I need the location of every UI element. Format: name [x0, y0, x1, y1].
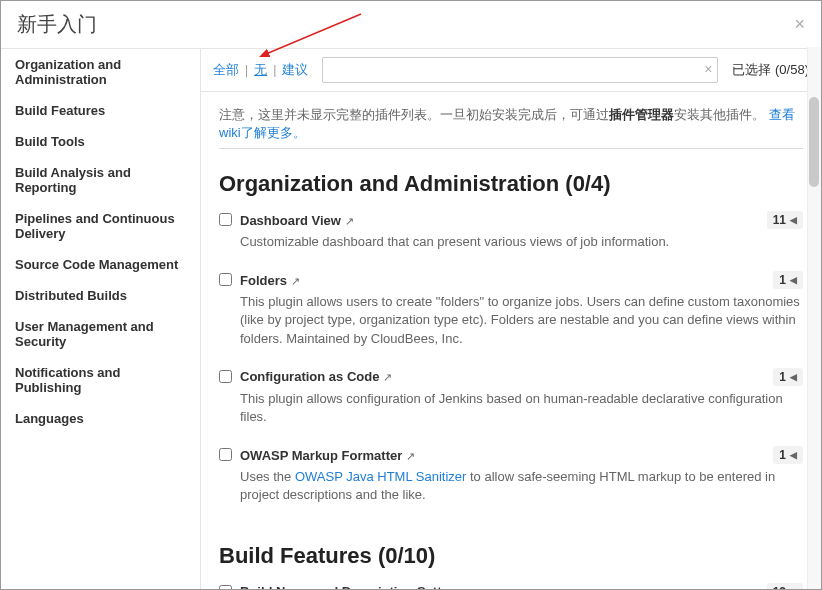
content-area: 注意，这里并未显示完整的插件列表。一旦初始安装完成后，可通过插件管理器安装其他插… — [201, 92, 821, 590]
filter-none[interactable]: 无 — [254, 61, 267, 79]
scrollbar-thumb[interactable] — [809, 97, 819, 187]
filter-suggested[interactable]: 建议 — [282, 61, 308, 79]
page-title: 新手入门 — [17, 11, 97, 38]
plugin-row-bnds: Build Name and Description Setter↗ 12◀ T… — [219, 583, 803, 591]
notice: 注意，这里并未显示完整的插件列表。一旦初始安装完成后，可通过插件管理器安装其他插… — [219, 92, 803, 149]
sidebar-item-distributed[interactable]: Distributed Builds — [1, 280, 200, 311]
separator: | — [273, 63, 276, 77]
external-link-icon[interactable]: ↗ — [458, 586, 467, 590]
plugin-row-folders: Folders↗ 1◀ This plugin allows users to … — [219, 271, 803, 364]
plugin-row-cac: Configuration as Code↗ 1◀ This plugin al… — [219, 368, 803, 442]
plugin-checkbox[interactable] — [219, 448, 232, 461]
plugin-name[interactable]: Configuration as Code — [240, 369, 379, 384]
toolbar: 全部 | 无 | 建议 × 已选择 (0/58) — [201, 49, 821, 92]
plugin-row-dashboard: Dashboard View↗ 11◀ Customizable dashboa… — [219, 211, 803, 267]
chevron-left-icon: ◀ — [790, 372, 797, 382]
plugin-name[interactable]: OWASP Markup Formatter — [240, 448, 402, 463]
external-link-icon[interactable]: ↗ — [383, 371, 392, 383]
owasp-link[interactable]: OWASP Java HTML Sanitizer — [295, 469, 466, 484]
sidebar-item-build-analysis[interactable]: Build Analysis and Reporting — [1, 157, 200, 203]
plugin-checkbox[interactable] — [219, 213, 232, 226]
plugin-name[interactable]: Folders — [240, 273, 287, 288]
sidebar-item-scm[interactable]: Source Code Management — [1, 249, 200, 280]
section-title-bf: Build Features (0/10) — [219, 543, 803, 569]
plugin-badge[interactable]: 11◀ — [767, 211, 803, 229]
selected-count[interactable]: 已选择 (0/58) — [732, 61, 809, 79]
plugin-desc: Customizable dashboard that can present … — [240, 233, 803, 251]
sidebar-item-user-mgmt[interactable]: User Management and Security — [1, 311, 200, 357]
sidebar-item-build-tools[interactable]: Build Tools — [1, 126, 200, 157]
plugin-checkbox[interactable] — [219, 585, 232, 591]
filter-all[interactable]: 全部 — [213, 61, 239, 79]
sidebar-item-pipelines[interactable]: Pipelines and Continuous Delivery — [1, 203, 200, 249]
external-link-icon[interactable]: ↗ — [291, 275, 300, 287]
scrollbar-track[interactable] — [807, 47, 821, 589]
clear-icon[interactable]: × — [704, 61, 712, 77]
chevron-left-icon: ◀ — [790, 215, 797, 225]
plugin-desc: This plugin allows users to create "fold… — [240, 293, 803, 348]
plugin-desc: Uses the OWASP Java HTML Sanitizer to al… — [240, 468, 803, 504]
plugin-name[interactable]: Build Name and Description Setter — [240, 584, 454, 590]
chevron-left-icon: ◀ — [790, 450, 797, 460]
chevron-left-icon: ◀ — [790, 275, 797, 285]
close-icon[interactable]: × — [794, 14, 805, 35]
plugin-checkbox[interactable] — [219, 370, 232, 383]
plugin-checkbox[interactable] — [219, 273, 232, 286]
plugin-name[interactable]: Dashboard View — [240, 213, 341, 228]
sidebar-item-languages[interactable]: Languages — [1, 403, 200, 434]
separator: | — [245, 63, 248, 77]
plugin-badge[interactable]: 12◀ — [767, 583, 803, 591]
external-link-icon[interactable]: ↗ — [345, 215, 354, 227]
sidebar: Organization and Administration Build Fe… — [1, 49, 201, 590]
plugin-desc: This plugin allows configuration of Jenk… — [240, 390, 803, 426]
chevron-left-icon: ◀ — [790, 587, 797, 591]
sidebar-item-build-features[interactable]: Build Features — [1, 95, 200, 126]
sidebar-item-notifications[interactable]: Notifications and Publishing — [1, 357, 200, 403]
section-title-org: Organization and Administration (0/4) — [219, 171, 803, 197]
plugin-row-owasp: OWASP Markup Formatter↗ 1◀ Uses the OWAS… — [219, 446, 803, 520]
sidebar-item-org-admin[interactable]: Organization and Administration — [1, 49, 200, 95]
plugin-badge[interactable]: 1◀ — [773, 271, 803, 289]
plugin-badge[interactable]: 1◀ — [773, 446, 803, 464]
external-link-icon[interactable]: ↗ — [406, 450, 415, 462]
search-input[interactable] — [322, 57, 718, 83]
plugin-badge[interactable]: 1◀ — [773, 368, 803, 386]
